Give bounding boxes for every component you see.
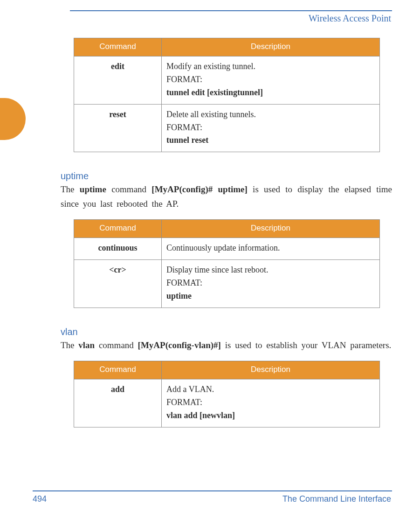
desc-line: FORMAT: bbox=[166, 73, 375, 86]
table-header-command: Command bbox=[74, 361, 162, 379]
desc-line: tunnel edit [existingtunnel] bbox=[166, 86, 375, 99]
desc-line: vlan add [newvlan] bbox=[166, 409, 375, 422]
page-thumb-tab bbox=[0, 98, 26, 140]
vlan-command-table: Command Description add Add a VLAN. FORM… bbox=[74, 361, 380, 427]
command-cell: add bbox=[74, 379, 162, 427]
table-row: add Add a VLAN. FORMAT: vlan add [newvla… bbox=[74, 379, 380, 427]
desc-line: Modify an existing tunnel. bbox=[166, 60, 375, 73]
table-header-command: Command bbox=[74, 220, 162, 238]
desc-line: Delete all existing tunnels. bbox=[166, 108, 375, 121]
table-row: continuous Continuously update informati… bbox=[74, 238, 380, 260]
page-content: Command Description edit Modify an exist… bbox=[61, 38, 392, 427]
table-row: <cr> Display time since last reboot. FOR… bbox=[74, 260, 380, 308]
table-row: edit Modify an existing tunnel. FORMAT: … bbox=[74, 56, 380, 105]
page-container: Wireless Access Point Command Descriptio… bbox=[0, 0, 420, 518]
description-cell: Delete all existing tunnels. FORMAT: tun… bbox=[162, 104, 380, 152]
command-cell: <cr> bbox=[74, 260, 162, 308]
section-heading-uptime: uptime bbox=[61, 171, 392, 182]
footer-section-title: The Command Line Interface bbox=[282, 494, 391, 504]
section-paragraph-vlan: The vlan command [MyAP(config-vlan)#] is… bbox=[61, 338, 392, 352]
desc-line: Display time since last reboot. bbox=[166, 264, 375, 277]
desc-line: Continuously update information. bbox=[166, 242, 375, 255]
desc-line: FORMAT: bbox=[166, 396, 375, 409]
page-number: 494 bbox=[33, 494, 47, 504]
description-cell: Continuously update information. bbox=[162, 238, 380, 260]
table-header-description: Description bbox=[162, 361, 380, 379]
uptime-command-table: Command Description continuous Continuou… bbox=[74, 219, 380, 308]
description-cell: Display time since last reboot. FORMAT: … bbox=[162, 260, 380, 308]
tunnel-command-table: Command Description edit Modify an exist… bbox=[74, 38, 380, 152]
header-rule bbox=[70, 10, 392, 11]
header-title: Wireless Access Point bbox=[28, 13, 391, 24]
desc-line: uptime bbox=[166, 290, 375, 303]
desc-line: tunnel reset bbox=[166, 134, 375, 147]
footer-rule bbox=[33, 490, 392, 491]
table-row: reset Delete all existing tunnels. FORMA… bbox=[74, 104, 380, 152]
command-cell: reset bbox=[74, 104, 162, 152]
description-cell: Modify an existing tunnel. FORMAT: tunne… bbox=[162, 56, 380, 105]
page-footer: 494 The Command Line Interface bbox=[28, 490, 392, 504]
section-heading-vlan: vlan bbox=[61, 327, 392, 337]
table-header-command: Command bbox=[74, 38, 162, 56]
desc-line: FORMAT: bbox=[166, 277, 375, 290]
table-header-description: Description bbox=[162, 220, 380, 238]
desc-line: Add a VLAN. bbox=[166, 383, 375, 396]
table-header-description: Description bbox=[162, 38, 380, 56]
footer-row: 494 The Command Line Interface bbox=[28, 494, 392, 504]
command-cell: continuous bbox=[74, 238, 162, 260]
desc-line: FORMAT: bbox=[166, 121, 375, 134]
section-paragraph-uptime: The uptime command [MyAP(config)# uptime… bbox=[61, 182, 392, 211]
description-cell: Add a VLAN. FORMAT: vlan add [newvlan] bbox=[162, 379, 380, 427]
command-cell: edit bbox=[74, 56, 162, 105]
